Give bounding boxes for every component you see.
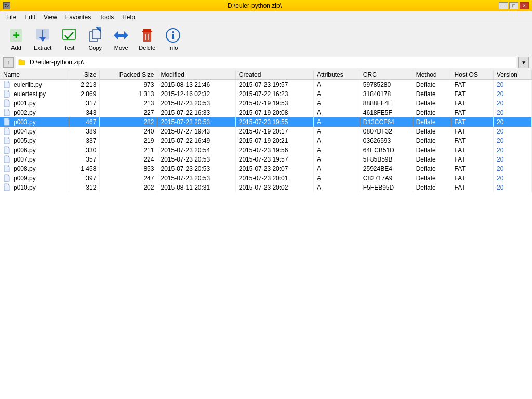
address-dropdown-button[interactable]: ▼	[518, 57, 529, 68]
svg-rect-5	[63, 29, 75, 39]
cell-name: eulertest.py	[0, 89, 69, 99]
svg-marker-10	[114, 31, 128, 39]
cell-created: 2015-07-19 20:17	[235, 127, 313, 136]
cell-created: 2015-07-19 19:53	[235, 99, 313, 108]
table-row[interactable]: p009.py 397 247 2015-07-23 20:53 2015-07…	[0, 174, 532, 183]
filelist-body: eulerlib.py 2 213 973 2015-08-13 21:46 2…	[0, 80, 532, 193]
cell-packed: 853	[100, 164, 157, 174]
nav-up-button[interactable]: ↑	[3, 57, 14, 68]
cell-size: 389	[69, 127, 100, 136]
table-row[interactable]: eulerlib.py 2 213 973 2015-08-13 21:46 2…	[0, 80, 532, 90]
cell-name: p001.py	[0, 99, 69, 108]
col-name[interactable]: Name	[0, 70, 69, 80]
file-icon	[3, 99, 11, 108]
col-modified[interactable]: Modified	[157, 70, 235, 80]
col-packed[interactable]: Packed Size	[100, 70, 157, 80]
menu-tools[interactable]: Tools	[95, 12, 118, 22]
address-input[interactable]	[28, 57, 514, 68]
titlebar: 7z D:\euler-python.zip\ ─ □ ✕	[0, 0, 532, 11]
cell-size: 343	[69, 108, 100, 117]
copy-button[interactable]: Copy	[83, 25, 107, 52]
cell-crc: 03626593	[360, 136, 413, 145]
table-row[interactable]: p010.py 312 202 2015-08-11 20:31 2015-07…	[0, 183, 532, 192]
menu-favorites[interactable]: Favorites	[61, 12, 95, 22]
cell-method: Deflate	[413, 108, 451, 117]
cell-created: 2015-07-23 19:57	[235, 80, 313, 90]
cell-size: 467	[69, 117, 100, 127]
cell-created: 2015-07-23 19:55	[235, 117, 313, 127]
col-crc[interactable]: CRC	[360, 70, 413, 80]
menu-help[interactable]: Help	[118, 12, 139, 22]
cell-attr: A	[313, 80, 360, 90]
col-version[interactable]: Version	[493, 70, 531, 80]
cell-attr: A	[313, 136, 360, 145]
extract-button[interactable]: Extract	[30, 25, 55, 52]
cell-modified: 2015-07-23 20:53	[157, 99, 235, 108]
cell-version: 20	[493, 89, 531, 99]
restore-button[interactable]: □	[509, 2, 518, 9]
test-icon	[61, 27, 77, 44]
svg-text:+: +	[12, 28, 20, 42]
cell-created: 2015-07-19 20:21	[235, 136, 313, 145]
add-button[interactable]: + Add	[4, 25, 28, 52]
col-method[interactable]: Method	[413, 70, 451, 80]
table-row[interactable]: p005.py 337 219 2015-07-22 16:49 2015-07…	[0, 136, 532, 145]
cell-modified: 2015-07-23 20:54	[157, 145, 235, 155]
table-row[interactable]: p001.py 317 213 2015-07-23 20:53 2015-07…	[0, 99, 532, 108]
cell-name: p006.py	[0, 145, 69, 155]
cell-hostos: FAT	[451, 117, 493, 127]
delete-button[interactable]: Delete	[135, 25, 159, 52]
menubar: File Edit View Favorites Tools Help	[0, 11, 532, 23]
table-row[interactable]: p006.py 330 211 2015-07-23 20:54 2015-07…	[0, 145, 532, 155]
move-button[interactable]: Move	[109, 25, 133, 52]
add-icon: +	[8, 27, 24, 44]
cell-packed: 227	[100, 108, 157, 117]
cell-created: 2015-07-23 19:57	[235, 155, 313, 164]
cell-method: Deflate	[413, 80, 451, 90]
svg-rect-18	[172, 34, 174, 39]
cell-modified: 2015-07-23 20:53	[157, 117, 235, 127]
extract-icon	[34, 27, 51, 44]
toolbar: + Add Extract Test	[0, 23, 532, 55]
copy-label: Copy	[88, 45, 102, 51]
table-row[interactable]: eulertest.py 2 869 1 313 2015-12-16 02:3…	[0, 89, 532, 99]
test-button[interactable]: Test	[57, 25, 81, 52]
cell-modified: 2015-08-11 20:31	[157, 183, 235, 192]
file-icon	[3, 174, 11, 182]
info-button[interactable]: Info	[161, 25, 185, 52]
cell-size: 312	[69, 183, 100, 192]
col-created[interactable]: Created	[235, 70, 313, 80]
table-row[interactable]: p004.py 389 240 2015-07-27 19:43 2015-07…	[0, 127, 532, 136]
cell-crc: 8888FF4E	[360, 99, 413, 108]
move-label: Move	[114, 45, 128, 51]
cell-hostos: FAT	[451, 155, 493, 164]
cell-name: p004.py	[0, 127, 69, 136]
cell-method: Deflate	[413, 117, 451, 127]
cell-modified: 2015-07-23 20:53	[157, 155, 235, 164]
file-icon	[3, 81, 11, 89]
col-hostos[interactable]: Host OS	[451, 70, 493, 80]
col-size[interactable]: Size	[69, 70, 100, 80]
cell-modified: 2015-07-27 19:43	[157, 127, 235, 136]
col-attributes[interactable]: Attributes	[313, 70, 360, 80]
svg-rect-20	[19, 60, 21, 61]
table-row[interactable]: p007.py 357 224 2015-07-23 20:53 2015-07…	[0, 155, 532, 164]
cell-version: 20	[493, 127, 531, 136]
menu-file[interactable]: File	[2, 12, 20, 22]
svg-rect-12	[142, 31, 152, 32]
cell-crc: 0807DF32	[360, 127, 413, 136]
table-row[interactable]: p008.py 1 458 853 2015-07-23 20:53 2015-…	[0, 164, 532, 174]
minimize-button[interactable]: ─	[499, 2, 508, 9]
cell-packed: 973	[100, 80, 157, 90]
table-row[interactable]: p002.py 343 227 2015-07-22 16:33 2015-07…	[0, 108, 532, 117]
menu-view[interactable]: View	[39, 12, 61, 22]
cell-hostos: FAT	[451, 145, 493, 155]
table-row[interactable]: p003.py 467 282 2015-07-23 20:53 2015-07…	[0, 117, 532, 127]
cell-hostos: FAT	[451, 136, 493, 145]
cell-created: 2015-07-23 20:02	[235, 183, 313, 192]
cell-size: 337	[69, 136, 100, 145]
cell-version: 20	[493, 108, 531, 117]
cell-modified: 2015-08-13 21:46	[157, 80, 235, 90]
menu-edit[interactable]: Edit	[20, 12, 39, 22]
close-button[interactable]: ✕	[520, 2, 529, 9]
